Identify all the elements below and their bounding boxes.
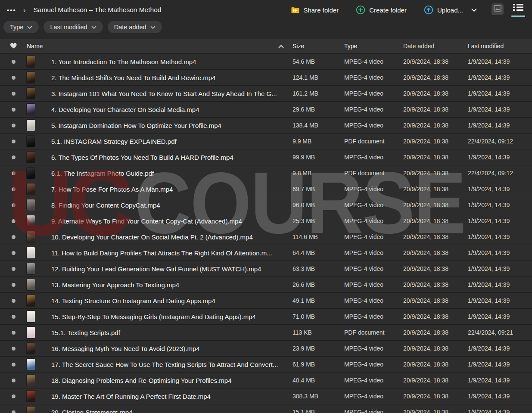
file-thumbnail (27, 199, 35, 211)
table-row[interactable]: 1. Your Introduction To The Matheson Met… (0, 54, 532, 70)
table-row[interactable]: 16. Messaging Myth You Need To Avoid (20… (0, 341, 532, 357)
file-name: 6.1. The Instagram Photo Guide.pdf (51, 170, 292, 177)
selection-dot[interactable] (12, 363, 16, 366)
share-folder-button[interactable]: Share folder (291, 6, 339, 14)
selection-dot[interactable] (12, 108, 16, 112)
file-type: MPEG-4 video (344, 361, 403, 368)
table-row[interactable]: 15. Step-By-Step To Messaging Girls (Ins… (0, 309, 532, 325)
file-date-added: 20/9/2024, 18:38 (403, 106, 468, 113)
selection-dot[interactable] (12, 140, 16, 143)
selection-dot[interactable] (12, 315, 16, 319)
selection-dot[interactable] (12, 299, 16, 303)
file-type: MPEG-4 video (344, 297, 403, 304)
selection-dot[interactable] (12, 410, 16, 413)
selection-dot[interactable] (12, 283, 16, 287)
filter-bar: Type Last modified Date added (0, 20, 532, 33)
type-column-header[interactable]: Type (344, 43, 403, 50)
table-row[interactable]: 11. How to Build Dating Profiles That At… (0, 245, 532, 261)
selection-dot[interactable] (12, 251, 16, 255)
selection-dot[interactable] (12, 155, 16, 159)
table-row[interactable]: 12. Building Your Lead Generation New Gi… (0, 261, 532, 277)
name-column-header[interactable]: Name (27, 43, 292, 50)
selection-dot[interactable] (12, 187, 16, 191)
file-size: 161.2 MB (292, 90, 344, 97)
table-row[interactable]: 3. Instagram 101 What You Need To Know T… (0, 86, 532, 102)
file-last-modified: 1/9/2024, 14:39 (468, 361, 532, 368)
breadcrumb-chevron-icon: › (23, 6, 26, 14)
table-row[interactable]: 18. Diagnosing Problems And Re-Optimisin… (0, 373, 532, 388)
table-row[interactable]: 9. Alternate Ways To Find Your Content C… (0, 213, 532, 229)
table-row[interactable]: 19. Master The Art Of Running A Perfect … (0, 388, 532, 404)
table-row[interactable]: 14. Texting Structure On Instagram And D… (0, 293, 532, 309)
file-last-modified: 22/4/2024, 09:21 (468, 329, 532, 336)
filter-date-added-label: Date added (114, 24, 146, 31)
file-last-modified: 22/4/2024, 09:12 (468, 138, 532, 145)
list-view-button[interactable] (511, 3, 525, 17)
menu-dots-icon[interactable]: ••• (7, 7, 16, 13)
selection-dot[interactable] (12, 331, 16, 335)
selection-dot[interactable] (12, 76, 16, 80)
file-date-added: 20/9/2024, 18:38 (403, 217, 468, 224)
file-last-modified: 1/9/2024, 14:39 (468, 74, 532, 81)
file-size: 9.8 MB (292, 170, 344, 177)
file-size: 64.4 MB (292, 249, 344, 256)
file-thumbnail (27, 391, 35, 402)
file-name: 17. The Secret Sauce How To Use The Text… (51, 361, 292, 368)
file-name: 10. Developing Your Character On Social … (51, 233, 292, 241)
selection-dot[interactable] (12, 347, 16, 351)
table-row[interactable]: 2. The Mindset Shifts You Need To Build … (0, 70, 532, 86)
table-row[interactable]: 20. Closing Statements.mp4 15.1 MB MPEG-… (0, 404, 532, 413)
file-last-modified: 1/9/2024, 14:39 (468, 409, 532, 413)
table-row[interactable]: 4. Developing Your Character On Social M… (0, 102, 532, 118)
file-type: MPEG-4 video (344, 90, 403, 97)
selection-dot[interactable] (12, 267, 16, 271)
selection-dot[interactable] (12, 124, 16, 127)
table-row[interactable]: 6. The Types Of Photos You Need To Build… (0, 149, 532, 165)
sort-ascending-icon (278, 43, 284, 50)
upload-caret-icon[interactable] (471, 8, 477, 12)
selection-dot[interactable] (12, 171, 16, 175)
selection-dot[interactable] (12, 92, 16, 96)
upload-arrow-icon (424, 5, 433, 15)
create-folder-button[interactable]: Create folder (356, 5, 407, 15)
selection-dot[interactable] (12, 219, 16, 223)
file-thumbnail (27, 215, 35, 227)
table-row[interactable]: 10. Developing Your Character On Social … (0, 229, 532, 245)
selection-dot[interactable] (12, 60, 16, 64)
file-name: 5.1. INSTAGRAM Strategy EXPLAINED.pdf (51, 138, 292, 145)
table-row[interactable]: 8. Finding Your Content CopyCat.mp4 96.0… (0, 197, 532, 213)
file-name: 15.1. Texting Scripts.pdf (51, 329, 292, 336)
table-row[interactable]: 5. Instagram Domination How To Optimize … (0, 118, 532, 134)
selection-dot[interactable] (12, 394, 16, 398)
file-size: 113 KB (292, 329, 344, 336)
file-type: MPEG-4 video (344, 122, 403, 129)
file-size: 99.9 MB (292, 154, 344, 161)
table-row[interactable]: 15.1. Texting Scripts.pdf 113 KB PDF doc… (0, 325, 532, 341)
file-size: 308.3 MB (292, 393, 344, 400)
file-thumbnail (27, 263, 35, 274)
file-name: 13. Mastering Your Approach To Texting.m… (51, 281, 292, 289)
table-row[interactable]: 5.1. INSTAGRAM Strategy EXPLAINED.pdf 9.… (0, 134, 532, 149)
file-last-modified: 1/9/2024, 14:39 (468, 281, 532, 288)
filter-type[interactable]: Type (3, 21, 39, 33)
view-switcher (492, 3, 525, 17)
last-modified-column-header[interactable]: Last modified (468, 43, 532, 50)
file-size: 23.9 MB (292, 345, 344, 352)
selection-dot[interactable] (12, 379, 16, 382)
file-name: 8. Finding Your Content CopyCat.mp4 (51, 202, 292, 209)
filter-date-added[interactable]: Date added (108, 21, 162, 33)
table-row[interactable]: 13. Mastering Your Approach To Texting.m… (0, 277, 532, 293)
date-added-column-header[interactable]: Date added (403, 43, 468, 50)
thumbnail-view-button[interactable] (492, 3, 504, 15)
breadcrumb[interactable]: Samuel Matheson – The Matheson Method (33, 6, 161, 14)
file-date-added: 20/9/2024, 18:38 (403, 58, 468, 65)
size-column-header[interactable]: Size (292, 43, 344, 50)
selection-dot[interactable] (12, 203, 16, 207)
table-row[interactable]: 17. The Secret Sauce How To Use The Text… (0, 357, 532, 373)
favourite-column-header[interactable] (0, 42, 27, 50)
table-row[interactable]: 7. How To Pose For Photos As A Man.mp4 6… (0, 181, 532, 197)
selection-dot[interactable] (12, 235, 16, 239)
upload-button[interactable]: Upload... (424, 5, 477, 15)
filter-last-modified[interactable]: Last modified (44, 21, 103, 33)
table-row[interactable]: 6.1. The Instagram Photo Guide.pdf 9.8 M… (0, 165, 532, 181)
